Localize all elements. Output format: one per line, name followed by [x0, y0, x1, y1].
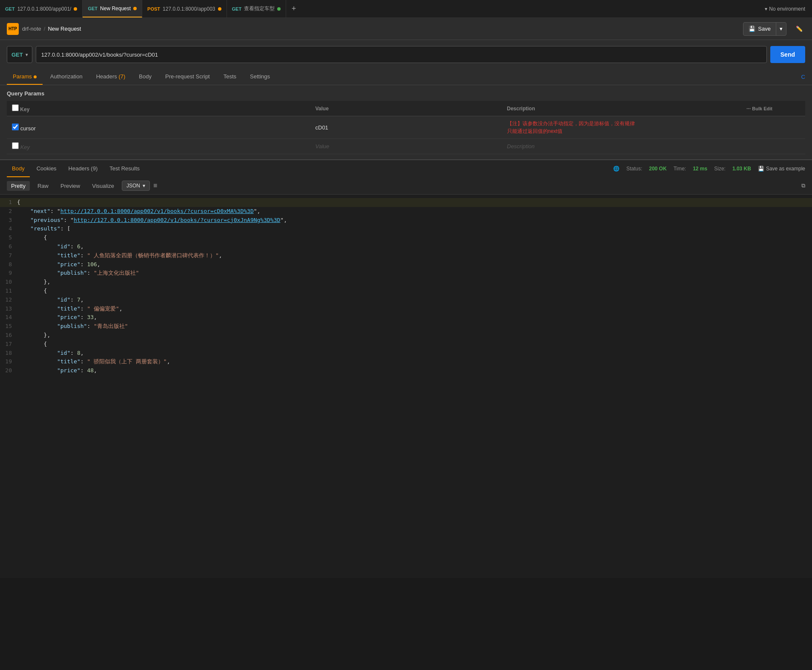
environment-selector[interactable]: ▾ No environment — [758, 6, 812, 12]
param-checkbox[interactable] — [12, 124, 19, 130]
fmt-tab-label: Visualize — [92, 183, 114, 189]
method-label: GET — [5, 6, 15, 12]
edit-icon[interactable]: ✏️ — [793, 23, 805, 35]
save-btn-main[interactable]: 💾 Save — [743, 23, 776, 35]
query-params-section: Query Params Key Value Description ··· B… — [0, 85, 812, 159]
param-key: cursor — [20, 125, 36, 132]
format-selector[interactable]: JSON ▾ — [122, 181, 150, 191]
unsaved-dot — [133, 7, 137, 10]
tab-pre-request[interactable]: Pre-request Script — [159, 69, 216, 85]
code-line-18: 18 "id": 8, — [0, 349, 812, 358]
fmt-tab-raw[interactable]: Raw — [33, 181, 53, 191]
code-line-17: 17 { — [0, 340, 812, 349]
code-line-10: 10 }, — [0, 278, 812, 287]
tab-post-app003[interactable]: POST 127.0.0.1:8000/app003 — [142, 0, 227, 17]
tab-label: 127.0.0.1:8000/app003 — [163, 6, 215, 12]
app-icon: HTP — [7, 23, 19, 35]
empty-value: Value — [316, 143, 330, 150]
tab-new-request[interactable]: GET New Request — [83, 0, 142, 17]
save-label: Save — [758, 26, 771, 32]
resp-tab-test-results[interactable]: Test Results — [104, 160, 145, 177]
chevron-down-icon: ▾ — [765, 6, 767, 12]
method-label: GET — [88, 6, 98, 11]
code-line-4: 4 "results": [ — [0, 224, 812, 233]
chevron-down-icon: ▾ — [26, 52, 28, 57]
resp-tab-body[interactable]: Body — [7, 160, 30, 177]
tab-overflow[interactable]: C — [801, 74, 805, 80]
resp-tab-headers[interactable]: Headers (9) — [63, 160, 103, 177]
save-example-label: Save as example — [766, 166, 805, 172]
tab-settings[interactable]: Settings — [244, 69, 276, 85]
copy-icon[interactable]: ⧉ — [801, 182, 805, 189]
empty-desc: Description — [507, 143, 535, 150]
response-bar: Body Cookies Headers (9) Test Results 🌐 … — [0, 159, 812, 177]
param-key-cell: cursor — [7, 116, 310, 139]
time-value: 12 ms — [693, 166, 707, 172]
tab-label: Authorization — [50, 73, 83, 80]
breadcrumb-sep: / — [44, 26, 46, 32]
param-desc: 【注】该参数没办法手动指定，因为是游标值，没有规律只能通过返回值的next值 — [507, 121, 635, 134]
env-label: No environment — [769, 6, 805, 12]
url-bar: GET ▾ Send — [0, 40, 812, 69]
code-line-15: 15 "publish": "青岛出版社" — [0, 322, 812, 331]
method-value: GET — [11, 52, 23, 58]
send-button[interactable]: Send — [770, 46, 805, 63]
dots-icon[interactable]: ··· — [746, 106, 751, 112]
bulk-edit-button[interactable]: Bulk Edit — [752, 106, 772, 111]
tab-get-car[interactable]: GET 查看指定车型 — [227, 0, 287, 17]
new-tab-button[interactable]: + — [286, 0, 301, 17]
query-params-title: Query Params — [7, 90, 805, 97]
breadcrumb-current: New Request — [48, 26, 81, 32]
tab-label: New Request — [100, 6, 131, 12]
code-line-3: 3 "previous": "http://127.0.0.1:8000/app… — [0, 216, 812, 225]
resp-tab-label: Headers (9) — [69, 165, 98, 172]
tab-params[interactable]: Params — [7, 69, 43, 85]
empty-value-cell[interactable]: Value — [310, 139, 502, 154]
globe-icon: 🌐 — [613, 166, 620, 172]
tab-tests[interactable]: Tests — [218, 69, 242, 85]
method-label: POST — [147, 6, 160, 12]
resp-tab-label: Body — [12, 165, 25, 172]
select-all-checkbox[interactable] — [12, 104, 19, 111]
tab-authorization[interactable]: Authorization — [44, 69, 89, 85]
fmt-tab-visualize[interactable]: Visualize — [88, 181, 118, 191]
empty-key-cell[interactable]: Key — [7, 139, 310, 154]
fmt-tab-preview[interactable]: Preview — [56, 181, 84, 191]
tab-label: Body — [139, 73, 152, 80]
unsaved-dot — [277, 7, 281, 11]
breadcrumb: drf-note / New Request — [22, 26, 81, 32]
param-row-empty: Key Value Description — [7, 139, 805, 154]
actions-header: ··· Bulk Edit — [741, 101, 805, 116]
response-status-info: 🌐 Status: 200 OK Time: 12 ms Size: 1.03 … — [613, 166, 805, 172]
empty-checkbox[interactable] — [12, 142, 19, 149]
tab-body[interactable]: Body — [133, 69, 158, 85]
time-label: Time: — [674, 166, 686, 172]
resp-tab-label: Cookies — [37, 165, 57, 172]
empty-desc-cell[interactable]: Description — [502, 139, 742, 154]
tab-get-app001[interactable]: GET 127.0.0.1:8000/app001/ — [0, 0, 83, 17]
param-row-cursor: cursor cD01 【注】该参数没办法手动指定，因为是游标值，没有规律只能通… — [7, 116, 805, 139]
params-dot — [34, 75, 37, 78]
code-line-20: 20 "price": 48, — [0, 366, 812, 375]
size-value: 1.03 KB — [732, 166, 751, 172]
code-line-5: 5 { — [0, 233, 812, 242]
code-line-16: 16 }, — [0, 331, 812, 340]
url-input[interactable] — [36, 46, 767, 63]
param-value-cell: cD01 — [310, 116, 502, 139]
request-tabs: Params Authorization Headers (7) Body Pr… — [0, 69, 812, 85]
code-line-6: 6 "id": 6, — [0, 242, 812, 251]
code-line-1: 1 { — [0, 198, 812, 207]
wrap-icon[interactable]: ≡ — [153, 182, 157, 190]
status-value: 200 OK — [649, 166, 666, 172]
method-selector[interactable]: GET ▾ — [7, 46, 32, 63]
params-table: Key Value Description ··· Bulk Edit curs… — [7, 101, 805, 154]
code-line-11: 11 { — [0, 287, 812, 296]
save-example-button[interactable]: 💾 Save as example — [758, 166, 805, 172]
fmt-tab-label: Raw — [37, 183, 49, 189]
tab-headers[interactable]: Headers (7) — [90, 69, 132, 85]
save-icon: 💾 — [758, 166, 764, 172]
save-button[interactable]: 💾 Save ▾ — [743, 22, 786, 36]
resp-tab-cookies[interactable]: Cookies — [32, 160, 62, 177]
save-dropdown-arrow[interactable]: ▾ — [776, 23, 786, 35]
fmt-tab-pretty[interactable]: Pretty — [7, 181, 30, 191]
